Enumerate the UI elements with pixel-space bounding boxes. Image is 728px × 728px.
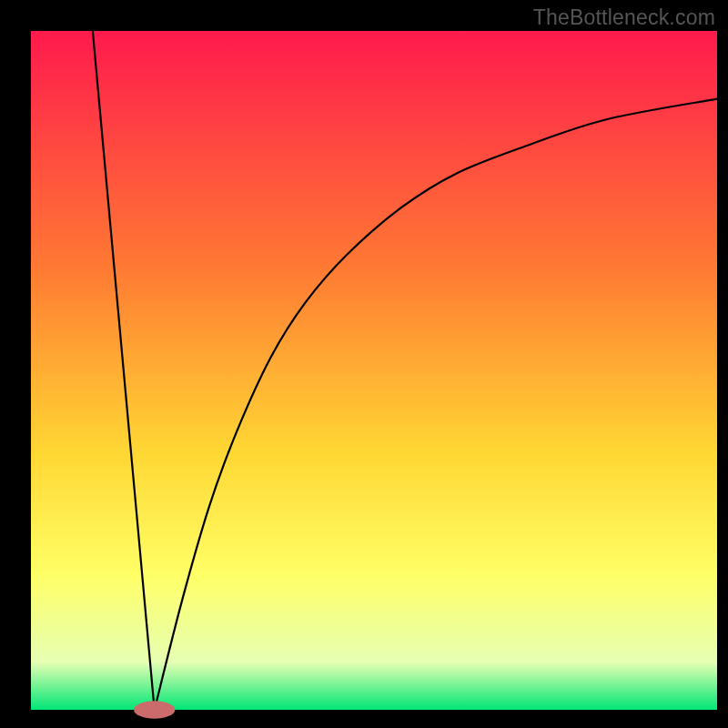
bottleneck-chart — [0, 0, 728, 728]
chart-container: { "watermark": "TheBottleneck.com", "cha… — [0, 0, 728, 728]
watermark-text: TheBottleneck.com — [533, 5, 715, 30]
optimal-point-marker — [134, 701, 175, 718]
plot-background — [31, 31, 717, 710]
